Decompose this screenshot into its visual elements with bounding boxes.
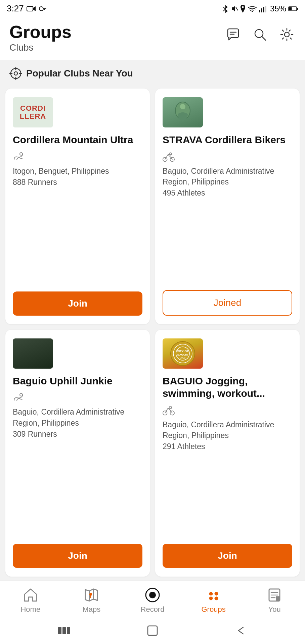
club-location-0: Itogon, Benguet, Philippines (13, 166, 142, 176)
bluetooth-icon (222, 4, 228, 13)
header: Groups Clubs (0, 17, 305, 60)
nav-maps[interactable]: Maps (75, 587, 108, 614)
nav-home[interactable]: Home (14, 587, 47, 614)
clubs-grid: CORDILLERA Cordillera Mountain Ultra Ito… (0, 85, 305, 581)
nav-groups-label: Groups (202, 605, 226, 614)
sys-menu-button[interactable] (56, 622, 73, 639)
nav-groups[interactable]: Groups (197, 587, 230, 614)
svg-point-31 (20, 393, 23, 396)
status-right: 35% (222, 4, 298, 13)
club-image-0: CORDILLERA (13, 97, 53, 127)
mute-icon (230, 5, 238, 12)
club-card-1: STRAVA Cordillera Bikers Baguio, Cordill… (155, 89, 300, 324)
settings-button[interactable] (278, 26, 296, 43)
club-location-3: Baguio, Cordillera Administrative Region… (163, 419, 292, 441)
svg-point-25 (20, 153, 23, 155)
svg-marker-1 (33, 6, 36, 11)
club-count-1: 495 Athletes (163, 189, 292, 198)
club-name-1: STRAVA Cordillera Bikers (163, 133, 292, 146)
sys-home-button[interactable] (144, 622, 161, 639)
club-card-0: CORDILLERA Cordillera Mountain Ultra Ito… (5, 89, 150, 324)
maps-icon (83, 587, 99, 603)
you-icon (266, 587, 282, 603)
svg-rect-13 (289, 7, 292, 10)
svg-text:BAGUIO: BAGUIO (177, 353, 188, 356)
signal-icon (259, 5, 268, 12)
svg-point-18 (285, 32, 289, 37)
wifi-icon (248, 5, 257, 12)
search-button[interactable] (251, 26, 269, 43)
svg-line-17 (262, 37, 266, 40)
home-icon (23, 587, 39, 603)
club-name-3: BAGUIO Jogging, swimming, workout... (163, 375, 292, 400)
joined-button-1[interactable]: Joined (163, 290, 292, 316)
club-type-icon-0 (13, 151, 142, 163)
svg-line-4 (236, 7, 238, 10)
svg-point-49 (209, 597, 213, 600)
svg-rect-7 (259, 10, 260, 12)
page-title: Groups (9, 22, 72, 42)
message-button[interactable] (224, 26, 242, 43)
bottom-nav: Home Maps Record Groups (0, 581, 305, 617)
nav-you-label: You (268, 605, 281, 614)
nav-maps-label: Maps (82, 605, 100, 614)
status-bar: 3:27 (0, 0, 305, 17)
club-image-1 (163, 97, 203, 127)
svg-text:1909: 1909 (180, 357, 185, 359)
nav-home-label: Home (20, 605, 40, 614)
camera-icon (27, 5, 36, 12)
svg-point-5 (242, 6, 244, 8)
nav-you[interactable]: You (258, 587, 291, 614)
club-name-0: Cordillera Mountain Ultra (13, 133, 142, 146)
club-name-2: Baguio Uphill Junkie (13, 375, 142, 387)
club-image-3: CITY OF BAGUIO 1909 (163, 338, 203, 369)
svg-rect-12 (297, 8, 298, 10)
svg-point-20 (14, 72, 17, 75)
svg-text:CITY OF: CITY OF (177, 350, 189, 353)
header-icons (224, 26, 296, 43)
club-image-2 (13, 338, 53, 369)
club-type-icon-3 (163, 405, 292, 417)
svg-rect-9 (263, 7, 264, 12)
sys-back-button[interactable] (232, 622, 249, 639)
battery-icon (288, 6, 298, 12)
location-icon (240, 4, 246, 13)
svg-point-46 (149, 592, 156, 598)
location-target-icon (9, 67, 22, 80)
nav-record[interactable]: Record (136, 587, 169, 614)
svg-rect-56 (58, 627, 61, 634)
svg-point-27 (180, 104, 185, 109)
key-icon (39, 5, 47, 12)
svg-rect-10 (265, 6, 266, 12)
club-location-2: Baguio, Cordillera Administrative Region… (13, 407, 142, 428)
record-icon (144, 587, 161, 603)
club-count-2: 309 Runners (13, 430, 142, 439)
section-label-text: Popular Clubs Near You (26, 68, 133, 79)
svg-rect-59 (148, 626, 157, 635)
svg-point-50 (215, 597, 218, 600)
battery-text: 35% (270, 4, 286, 13)
club-count-3: 291 Athletes (163, 442, 292, 451)
svg-marker-3 (232, 6, 235, 12)
svg-point-47 (209, 592, 213, 595)
join-button-0[interactable]: Join (13, 291, 142, 316)
page-subtitle: Clubs (9, 42, 72, 53)
svg-rect-57 (62, 627, 66, 634)
svg-rect-58 (67, 627, 70, 634)
header-title-block: Groups Clubs (9, 22, 72, 53)
status-time: 3:27 (7, 3, 24, 14)
status-left: 3:27 (7, 3, 47, 14)
club-card-2: Baguio Uphill Junkie Baguio, Cordillera … (5, 330, 150, 577)
club-card-3: CITY OF BAGUIO 1909 BAGUIO Jogging, swim… (155, 330, 300, 577)
svg-rect-8 (261, 8, 262, 12)
svg-rect-0 (27, 6, 33, 11)
svg-point-6 (252, 11, 253, 12)
svg-point-48 (215, 592, 218, 595)
join-button-2[interactable]: Join (13, 544, 142, 568)
svg-rect-55 (276, 596, 280, 601)
nav-record-label: Record (141, 605, 165, 614)
join-button-3[interactable]: Join (163, 544, 292, 568)
svg-point-2 (39, 7, 43, 11)
club-location-1: Baguio, Cordillera Administrative Region… (163, 166, 292, 187)
system-nav (0, 617, 305, 644)
